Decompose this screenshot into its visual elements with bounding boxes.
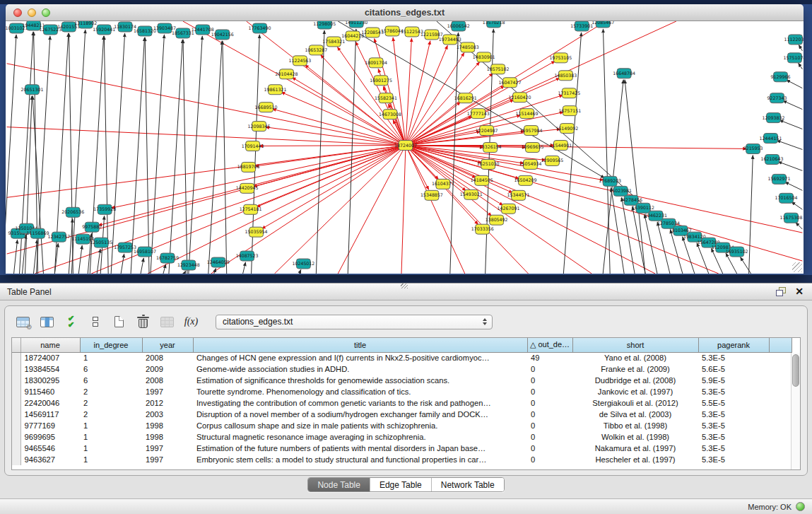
table-cell[interactable]: 5.9E-5 (698, 375, 769, 386)
table-cell[interactable]: Tibbo et al. (1998) (572, 420, 698, 431)
network-node[interactable]: 16006542 (447, 21, 470, 31)
table-cell[interactable]: 5.3E-5 (698, 431, 769, 443)
table-cell[interactable]: 2 (80, 386, 142, 397)
network-node[interactable]: 16816291 (454, 93, 477, 103)
table-cell[interactable]: Jankovic et al. (1997) (572, 386, 698, 397)
table-cell[interactable]: 22420046 (20, 397, 80, 409)
network-node[interactable]: 13805492 (486, 215, 508, 225)
close-panel-icon[interactable]: ✕ (795, 286, 804, 296)
table-cell[interactable]: 9465546 (20, 443, 80, 454)
network-node[interactable]: 8215953 (743, 144, 763, 154)
close-window-button[interactable] (13, 8, 22, 17)
table-cell[interactable]: 9777169 (20, 420, 80, 431)
network-node[interactable]: 15493021 (460, 189, 483, 199)
network-node[interactable]: 13118902 (74, 21, 97, 28)
table-cell[interactable]: 5.3E-5 (698, 443, 769, 454)
network-node[interactable]: 15920441 (93, 25, 115, 35)
table-cell[interactable]: Structural magnetic resonance image aver… (193, 431, 527, 443)
network-node[interactable]: 14201553 (57, 22, 80, 32)
table-cell[interactable]: Wolkin et al. (1998) (572, 431, 698, 443)
column-header-year[interactable]: year (142, 338, 193, 352)
row-display-button[interactable] (86, 313, 105, 331)
table-cell[interactable]: Estimation of significance thresholds fo… (193, 375, 527, 386)
table-scrollbar[interactable] (791, 353, 800, 469)
table-cell[interactable]: 1997 (142, 443, 193, 454)
network-node[interactable]: 16757151 (558, 106, 581, 116)
network-node[interactable]: 16648784 (613, 69, 635, 78)
table-cell[interactable]: Dudbridge et al. (2008) (572, 375, 698, 386)
table-cell[interactable]: 5.5E-5 (698, 397, 769, 409)
network-node[interactable]: 20206536 (61, 207, 84, 217)
table-cell[interactable]: 0 (527, 431, 572, 443)
table-cell[interactable]: Stergiakouli et al. (2012) (572, 397, 698, 409)
network-node[interactable]: 12923448 (177, 260, 200, 270)
table-cell[interactable]: 18724007 (20, 352, 80, 363)
table-cell[interactable]: 2 (80, 397, 142, 409)
network-node[interactable]: 18567331 (172, 28, 194, 38)
scrollbar-thumb[interactable] (792, 354, 799, 387)
table-cell[interactable]: 2009 (142, 363, 193, 375)
network-node[interactable]: 12444151 (760, 134, 782, 144)
network-node[interactable]: 17033356 (471, 224, 494, 234)
table-row[interactable]: 977716911998Corpus callosum shape and si… (12, 420, 792, 431)
table-cell[interactable]: Investigating the contribution of common… (193, 397, 527, 409)
table-cell[interactable]: 9115460 (20, 386, 80, 397)
new-table-button[interactable] (110, 313, 129, 331)
network-node[interactable]: 15348857 (420, 190, 443, 200)
table-row[interactable]: 1456911722003Disruption of a novel membe… (12, 409, 792, 420)
network-node[interactable]: 15035954 (245, 227, 268, 237)
network-canvas[interactable]: 1872400715035954127541811442094518819706… (6, 21, 804, 274)
table-cell[interactable]: Nakamura et al. (1997) (572, 443, 698, 454)
network-node[interactable]: 14087523 (236, 251, 259, 261)
table-row[interactable]: 969969511998Structural magnetic resonanc… (12, 431, 792, 443)
table-cell[interactable]: 5.3E-5 (698, 420, 769, 431)
table-cell[interactable]: 19384554 (20, 363, 80, 375)
network-node[interactable]: 15751074 (784, 53, 804, 63)
column-header-out_de[interactable]: △ out_de… (527, 338, 572, 352)
table-cell[interactable]: Embryonic stem cells: a model to study s… (193, 454, 527, 465)
table-cell[interactable]: 5.3E-5 (698, 454, 769, 465)
network-node[interactable]: 17957253 (114, 243, 136, 252)
table-cell[interactable]: Changes of HCN gene expression and I(f) … (193, 352, 527, 363)
network-node[interactable]: 15122543 (401, 27, 423, 37)
resize-grip-icon[interactable] (792, 262, 802, 272)
network-node[interactable]: 12215987 (420, 30, 443, 40)
table-cell[interactable]: 1998 (142, 431, 193, 443)
column-header-name[interactable]: name (20, 338, 80, 352)
panel-grip-icon[interactable] (401, 284, 408, 288)
network-node[interactable]: 12204987 (476, 126, 498, 136)
network-node[interactable]: 12505135 (90, 238, 112, 247)
table-cell[interactable]: 0 (527, 443, 572, 454)
table-row[interactable]: 911546021997Tourette syndrome. Phenomeno… (12, 386, 792, 397)
table-cell[interactable]: 1997 (142, 454, 193, 465)
table-cell[interactable]: Tourette syndrome. Phenomenology and cla… (193, 386, 527, 397)
network-node[interactable]: 10031021 (6, 23, 28, 33)
table-row[interactable]: 946554611997Estimation of the future num… (12, 443, 792, 454)
table-cell[interactable]: Franke et al. (2009) (572, 363, 698, 375)
table-row[interactable]: 1830029562008Estimation of significance … (12, 375, 792, 386)
network-node[interactable]: 16901275 (370, 76, 392, 86)
table-cell[interactable]: 2003 (142, 409, 193, 420)
table-cell[interactable]: 5.6E-5 (698, 363, 769, 375)
table-cell[interactable]: de Silva et al. (2003) (572, 409, 698, 420)
table-cell[interactable]: 0 (527, 409, 572, 420)
network-node[interactable]: 17763490 (249, 23, 271, 33)
column-visibility-button[interactable] (37, 313, 57, 331)
network-node[interactable]: 14267091 (498, 204, 520, 214)
network-node[interactable]: 17485083 (457, 42, 479, 52)
memory-status-indicator[interactable] (796, 502, 805, 511)
table-cell[interactable]: 6 (80, 363, 142, 375)
network-node[interactable]: 11514469 (516, 109, 539, 119)
network-node[interactable]: 9129966 (771, 72, 791, 82)
network-view-window[interactable]: citations_edges.txt 18724007150359541275… (6, 4, 804, 274)
network-node[interactable]: 20651301 (21, 85, 44, 95)
network-node[interactable]: 19042156 (211, 30, 234, 40)
table-cell[interactable]: 9699695 (20, 431, 80, 443)
network-node[interactable]: 12675223 (39, 25, 61, 35)
network-node[interactable]: 15582341 (375, 93, 397, 103)
network-node[interactable]: 16104377 (432, 179, 454, 189)
window-titlebar[interactable]: citations_edges.txt (6, 4, 804, 21)
table-selector-dropdown[interactable]: citations_edges.txt (216, 315, 493, 329)
column-header-pagerank[interactable]: pagerank (698, 338, 769, 352)
network-node[interactable]: 16210643 (761, 154, 784, 164)
